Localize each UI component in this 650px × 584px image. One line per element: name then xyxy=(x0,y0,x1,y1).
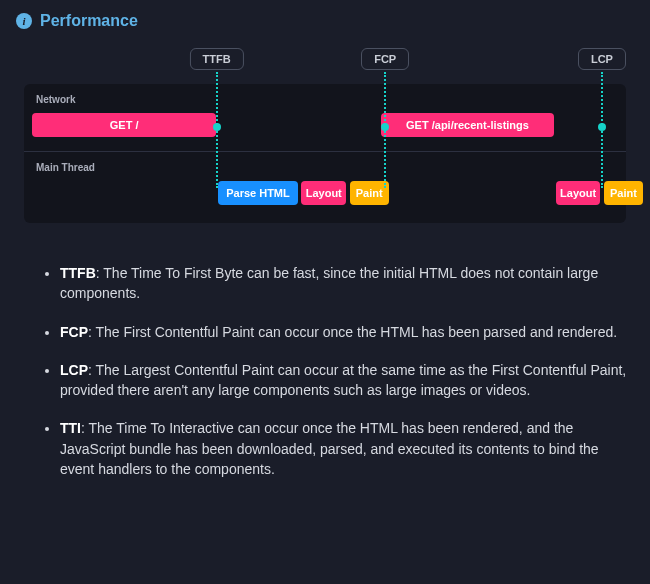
network-lane: GET /GET /api/recent-listings xyxy=(32,113,614,139)
metric-term: FCP xyxy=(60,324,88,340)
timeline-panel: Network GET /GET /api/recent-listings Ma… xyxy=(24,84,626,223)
timeline-bar: Layout xyxy=(301,181,346,205)
metric-desc: : The Time To First Byte can be fast, si… xyxy=(60,265,598,301)
metric-item-ttfb: TTFB: The Time To First Byte can be fast… xyxy=(60,263,634,304)
header: i Performance xyxy=(16,12,634,30)
timeline-bar: Parse HTML xyxy=(218,181,297,205)
marker-ttfb: TTFB xyxy=(190,48,244,70)
metric-item-tti: TTI: The Time To Interactive can occur o… xyxy=(60,418,634,479)
timeline-bar: Paint xyxy=(604,181,643,205)
performance-diagram: TTFBFCPLCP Network GET /GET /api/recent-… xyxy=(24,48,626,223)
marker-dot xyxy=(381,123,389,131)
info-icon: i xyxy=(16,13,32,29)
metrics-list: TTFB: The Time To First Byte can be fast… xyxy=(16,263,634,479)
timeline-bar: GET / xyxy=(32,113,216,137)
marker-lcp: LCP xyxy=(578,48,626,70)
metric-desc: : The First Contentful Paint can occur o… xyxy=(88,324,617,340)
marker-fcp: FCP xyxy=(361,48,409,70)
metric-desc: : The Time To Interactive can occur once… xyxy=(60,420,599,477)
timeline-bar: Paint xyxy=(350,181,389,205)
metric-desc: : The Largest Contentful Paint can occur… xyxy=(60,362,626,398)
marker-dot xyxy=(598,123,606,131)
timeline-bar: Layout xyxy=(556,181,601,205)
network-row-label: Network xyxy=(36,94,614,105)
metric-item-lcp: LCP: The Largest Contentful Paint can oc… xyxy=(60,360,634,401)
page-title: Performance xyxy=(40,12,138,30)
marker-dot xyxy=(213,123,221,131)
metric-item-fcp: FCP: The First Contentful Paint can occu… xyxy=(60,322,634,342)
thread-lane: Parse HTMLLayoutPaintLayoutPaint xyxy=(32,181,614,207)
metric-term: LCP xyxy=(60,362,88,378)
timeline-bar: GET /api/recent-listings xyxy=(381,113,554,137)
thread-row-label: Main Thread xyxy=(36,162,614,173)
metric-term: TTI xyxy=(60,420,81,436)
lane-divider xyxy=(24,151,626,152)
metric-term: TTFB xyxy=(60,265,96,281)
